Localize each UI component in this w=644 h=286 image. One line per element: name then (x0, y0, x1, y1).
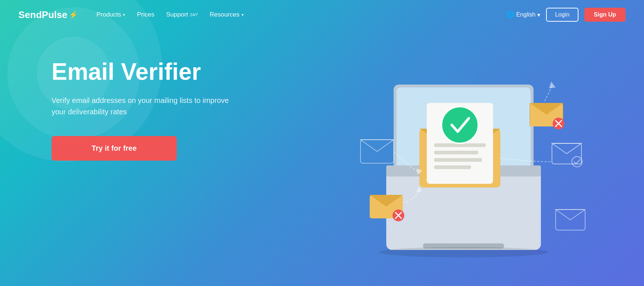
logo[interactable]: SendPulse⚡ (18, 9, 78, 21)
cta-button[interactable]: Try it for free (52, 136, 177, 161)
language-selector[interactable]: 🌐 English ▾ (506, 11, 540, 19)
svg-marker-30 (360, 140, 394, 151)
products-chevron-icon: ▾ (123, 12, 125, 17)
nav-resources[interactable]: Resources ▾ (210, 11, 243, 18)
illustration-svg (313, 29, 615, 272)
nav-right: 🌐 English ▾ Login Sign Up (506, 8, 626, 22)
svg-marker-28 (556, 210, 585, 220)
navbar: SendPulse⚡ Products ▾ Prices Support24/7… (0, 0, 644, 29)
resources-chevron-icon: ▾ (242, 12, 244, 17)
globe-icon: 🌐 (506, 11, 514, 19)
logo-text: SendPulse (18, 9, 67, 21)
hero-illustration (313, 29, 615, 272)
svg-rect-10 (434, 151, 478, 154)
svg-point-5 (379, 247, 548, 257)
lang-chevron-icon: ▾ (537, 11, 540, 18)
svg-rect-12 (434, 165, 471, 169)
nav-links: Products ▾ Prices Support24/7 Resources … (96, 11, 506, 18)
hero-title: Email Verifier (52, 59, 236, 85)
nav-support[interactable]: Support24/7 (166, 11, 198, 18)
svg-line-22 (545, 86, 552, 101)
svg-marker-23 (549, 82, 556, 88)
signup-button[interactable]: Sign Up (584, 8, 626, 22)
svg-point-26 (572, 157, 582, 167)
login-button[interactable]: Login (546, 8, 578, 22)
svg-marker-25 (552, 143, 581, 154)
hero-section: SendPulse⚡ Products ▾ Prices Support24/7… (0, 0, 644, 286)
hero-subtitle: Verify email addresses on your mailing l… (52, 95, 236, 118)
logo-pulse-icon: ⚡ (69, 10, 78, 19)
nav-products[interactable]: Products ▾ (96, 11, 125, 18)
svg-rect-11 (434, 158, 482, 162)
nav-prices[interactable]: Prices (137, 11, 154, 18)
hero-content: Email Verifier Verify email addresses on… (52, 59, 236, 161)
